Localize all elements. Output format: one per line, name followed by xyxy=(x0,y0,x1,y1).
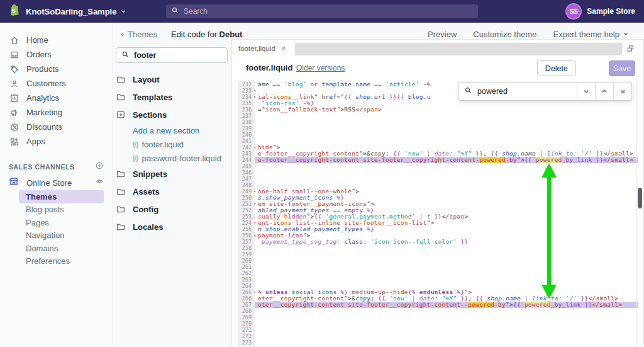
code-line: 236="icon__fallback-text">RSS</span> xyxy=(238,106,638,113)
code-area[interactable]: 232ame == 'blog' or template.name == 'ar… xyxy=(232,81,643,346)
code-text: n shop.enabled_payment_types %} xyxy=(255,226,638,232)
find-close-button[interactable] xyxy=(613,82,631,100)
find-prev-button[interactable] xyxy=(595,82,613,100)
sidebar-item-preferences[interactable]: Preferences xyxy=(0,255,113,268)
folder-label: Assets xyxy=(133,187,160,196)
save-button[interactable]: Save xyxy=(609,60,635,76)
sidebar-item-analytics[interactable]: Analytics xyxy=(0,91,113,105)
sidebar-item-home[interactable]: Home xyxy=(0,33,113,47)
sidebar-item-marketing[interactable]: Marketing xyxy=(0,105,113,120)
popout-window-icon[interactable] xyxy=(626,43,635,55)
file-tree-folder-locales[interactable]: Locales xyxy=(116,218,235,236)
code-line: 256▾payment-icon"> xyxy=(238,232,638,239)
code-line: 264 xyxy=(238,283,638,289)
sidebar-item-products[interactable]: Products xyxy=(0,62,113,76)
code-text xyxy=(255,327,638,333)
editor-scrollbar[interactable] xyxy=(638,188,642,208)
code-text xyxy=(255,270,638,276)
sidebar-item-customers[interactable]: Customers xyxy=(0,76,113,91)
code-line: 258 xyxy=(238,245,638,251)
chevron-up-icon xyxy=(601,88,608,95)
folder-icon xyxy=(116,186,126,196)
file-tree-folder-templates[interactable]: Templates xyxy=(116,88,235,106)
account-menu[interactable]: SS Sample Store xyxy=(565,3,635,20)
line-number: 234▾ xyxy=(238,94,255,100)
code-text xyxy=(255,182,638,188)
file-search[interactable] xyxy=(116,47,228,63)
find-in-file-box xyxy=(458,82,632,101)
line-number: 271 xyxy=(238,327,255,333)
code-text xyxy=(255,169,638,176)
file-tree-folder-sections[interactable]: Sections xyxy=(116,106,235,123)
sidebar-item-navigation[interactable]: Navigation xyxy=(0,229,113,242)
store-switcher[interactable]: S KnotSoDarling_Sample xyxy=(8,3,126,20)
line-number: 260 xyxy=(238,258,255,264)
find-next-button[interactable] xyxy=(577,82,595,100)
header-action-customize-theme[interactable]: Customize theme xyxy=(473,30,536,39)
delete-button[interactable]: Delete xyxy=(537,60,576,76)
line-number: 263 xyxy=(238,276,255,283)
global-search-input[interactable] xyxy=(184,7,448,16)
tab-footer-liquid[interactable]: footer.liquid × xyxy=(238,42,286,55)
code-line: 238 xyxy=(238,119,638,125)
shopify-admin: S KnotSoDarling_Sample SS Sample Store T… xyxy=(0,0,644,347)
file-tree-folder-config[interactable]: Config xyxy=(116,200,235,218)
code-line: 262 xyxy=(238,270,638,276)
code-text xyxy=(255,283,638,289)
line-number: 252 xyxy=(238,207,255,213)
storefront-icon xyxy=(9,176,20,189)
back-to-themes[interactable]: Themes xyxy=(119,30,157,39)
code-line: 271 xyxy=(238,327,638,333)
global-search[interactable] xyxy=(166,4,478,18)
code-text: oter__copyright-content">&copy; {{ 'now'… xyxy=(255,295,638,302)
code-line: 265▾% unless social_icons %} medium-up--… xyxy=(238,289,638,295)
older-versions-link[interactable]: Older versions xyxy=(296,64,345,72)
sidebar-item-domains[interactable]: Domains xyxy=(0,242,113,255)
line-number: 240 xyxy=(238,132,255,138)
find-input-wrap[interactable] xyxy=(458,82,577,100)
header-action-preview[interactable]: Preview xyxy=(428,30,457,39)
code-text xyxy=(255,113,638,119)
online-store-label: Online Store xyxy=(26,178,95,188)
code-text xyxy=(255,264,638,270)
line-number: 273 xyxy=(238,339,255,346)
find-input[interactable] xyxy=(477,87,559,96)
file-tree-folder-snippets[interactable]: Snippets xyxy=(116,165,235,183)
sidebar-item-themes[interactable]: Themes xyxy=(19,190,104,203)
sidebar-item-online-store[interactable]: Online Store xyxy=(0,175,113,190)
file-tree-folder-layout[interactable]: Layout xyxy=(116,71,235,88)
analytics-icon xyxy=(9,93,19,103)
add-new-section-link[interactable]: Add a new section xyxy=(116,123,235,137)
file-tree-file-footer-liquid[interactable]: {/}footer.liquid xyxy=(116,137,235,151)
sidebar-item-blog-posts[interactable]: Blog posts xyxy=(0,203,113,217)
header-action-label: Customize theme xyxy=(473,30,536,39)
file-label: password-footer.liquid xyxy=(142,154,221,163)
file-tree-file-password-footer-liquid[interactable]: {/}password-footer.liquid xyxy=(116,151,235,165)
file-tree-folder-assets[interactable]: Assets xyxy=(116,183,235,200)
code-line: 243e-footer__copyright-content">&copy; {… xyxy=(238,151,638,157)
code-line: 245 xyxy=(238,163,638,169)
code-line: 253sually-hidden">{{ 'general.payment.me… xyxy=(238,213,638,220)
line-number: 247 xyxy=(238,176,255,182)
sidebar-item-apps[interactable]: Apps xyxy=(0,134,113,149)
add-channel-button[interactable] xyxy=(95,161,104,173)
line-number: 267 xyxy=(238,302,255,308)
line-number: 236 xyxy=(238,106,255,113)
close-tab-icon[interactable]: × xyxy=(282,44,286,53)
line-number: 258 xyxy=(238,245,255,251)
fold-marker: ▾ xyxy=(253,94,256,100)
code-text xyxy=(255,138,638,144)
file-search-input[interactable] xyxy=(134,51,216,60)
line-number: 251▾ xyxy=(238,201,255,207)
sidebar-item-orders[interactable]: Orders xyxy=(0,47,113,62)
header-action-label: Expert theme help xyxy=(553,30,619,39)
header-action-expert-theme-help[interactable]: Expert theme help xyxy=(553,30,629,39)
avatar: SS xyxy=(565,3,582,20)
view-store-button[interactable] xyxy=(95,177,104,188)
sidebar-item-discounts[interactable]: Discounts xyxy=(0,120,113,134)
editor-right-divider xyxy=(636,81,637,346)
chevron-down-icon xyxy=(120,6,126,17)
sidebar-item-pages[interactable]: Pages xyxy=(0,216,113,229)
line-number: 233▾ xyxy=(238,88,255,94)
editor-tab-bar: footer.liquid × xyxy=(232,40,643,55)
